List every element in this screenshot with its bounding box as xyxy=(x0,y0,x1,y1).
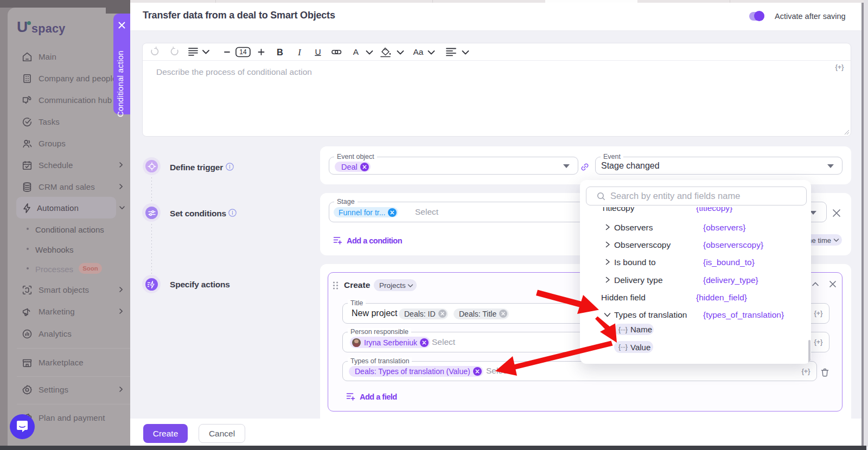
svg-text:I: I xyxy=(297,47,302,57)
svg-text:14: 14 xyxy=(239,48,247,56)
svg-text:U: U xyxy=(315,47,321,56)
svg-text:Aa: Aa xyxy=(413,47,424,56)
svg-text:B: B xyxy=(277,47,283,57)
svg-text:A: A xyxy=(353,47,359,56)
